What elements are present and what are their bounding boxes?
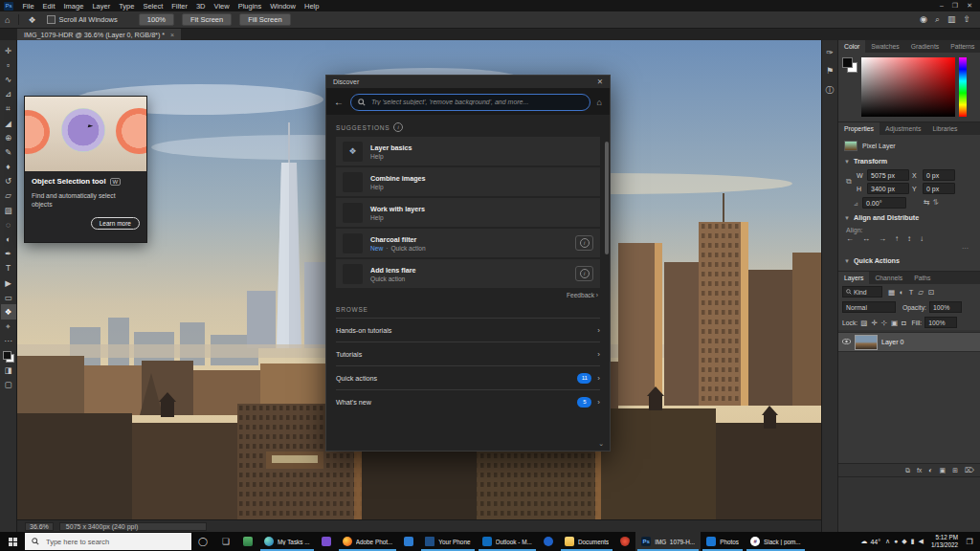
menu-window[interactable]: Window bbox=[266, 2, 301, 11]
tray-icon-4[interactable]: ◀ bbox=[919, 538, 924, 545]
properties-tab-properties[interactable]: Properties bbox=[838, 122, 880, 135]
menu-3d[interactable]: 3D bbox=[191, 2, 210, 11]
taskbar-app-documents[interactable]: Documents bbox=[559, 532, 614, 551]
lock-icon-4[interactable]: ◘ bbox=[902, 319, 906, 327]
layers-footer-icon-2[interactable]: ◐ bbox=[928, 467, 932, 474]
info-button[interactable]: i bbox=[575, 266, 593, 281]
filter-icon-0[interactable]: ▦ bbox=[888, 288, 895, 297]
angle-field[interactable]: 0.00° bbox=[862, 197, 906, 209]
taskbar-search-input[interactable] bbox=[44, 537, 163, 547]
tool-zoom[interactable]: ⌖ bbox=[1, 320, 16, 334]
suggestion-item[interactable]: Charcoal filterNew·Quick actioni bbox=[336, 229, 600, 257]
learn-more-button[interactable]: Learn more bbox=[91, 217, 140, 230]
more-options-icon[interactable]: ··· bbox=[844, 245, 969, 252]
share-icon[interactable]: ⇧ bbox=[963, 14, 970, 25]
tool-blur[interactable]: ◌ bbox=[1, 217, 16, 231]
hand-tool-icon[interactable]: ❖ bbox=[23, 15, 40, 25]
menu-file[interactable]: File bbox=[18, 2, 38, 11]
menu-view[interactable]: View bbox=[210, 2, 234, 11]
menu-edit[interactable]: Edit bbox=[38, 2, 59, 11]
close-icon[interactable]: ✕ bbox=[597, 77, 603, 86]
info-icon[interactable]: ⓘ bbox=[826, 84, 835, 97]
layer-thumbnail[interactable] bbox=[855, 335, 878, 350]
document-info-field[interactable]: 5075 x 3400px (240 ppi) bbox=[59, 522, 207, 531]
menu-select[interactable]: Select bbox=[139, 2, 167, 11]
taskbar-app-your-phone[interactable]: Your Phone bbox=[419, 532, 476, 551]
layers-tab-layers[interactable]: Layers bbox=[838, 272, 869, 284]
tool-gradient[interactable]: ▨ bbox=[1, 203, 16, 217]
account-icon[interactable]: ◉ bbox=[920, 14, 927, 25]
suggestion-item[interactable]: Work with layersHelp bbox=[336, 198, 600, 227]
tool-eraser[interactable]: ▱ bbox=[1, 188, 16, 203]
y-field[interactable]: 0 px bbox=[923, 183, 955, 194]
tool-screen-mode[interactable]: ▢ bbox=[1, 377, 16, 391]
color-tab-patterns[interactable]: Patterns bbox=[945, 40, 980, 53]
width-field[interactable]: 5075 px bbox=[867, 169, 909, 181]
tray-icon-0[interactable]: ∧ bbox=[885, 538, 890, 545]
layers-footer-icon-4[interactable]: ⊞ bbox=[952, 467, 958, 474]
height-field[interactable]: 3400 px bbox=[867, 183, 909, 194]
tool-eyedropper[interactable]: ◢ bbox=[1, 116, 16, 130]
tool-marquee[interactable]: ▫ bbox=[1, 57, 16, 72]
taskbar-app-photos[interactable]: Photos bbox=[701, 532, 745, 551]
opacity-select[interactable]: 100% bbox=[929, 301, 962, 313]
lock-icon-0[interactable]: ▨ bbox=[860, 319, 867, 327]
tool-path-selection[interactable]: ▶ bbox=[1, 276, 16, 290]
lock-icon-2[interactable]: ⊹ bbox=[881, 319, 887, 327]
layers-footer-icon-3[interactable]: ▣ bbox=[940, 467, 947, 474]
tool-shape[interactable]: ▭ bbox=[1, 290, 16, 304]
fit-screen-button[interactable]: Fit Screen bbox=[182, 13, 232, 26]
close-tab-icon[interactable]: × bbox=[170, 32, 174, 38]
info-button[interactable]: i bbox=[575, 235, 593, 251]
taskbar-app-app-blue[interactable] bbox=[398, 532, 419, 551]
align-icon-1[interactable]: ↔ bbox=[862, 234, 870, 243]
suggestion-item[interactable]: Combine imagesHelp bbox=[336, 167, 600, 196]
layers-footer-icon-0[interactable]: ⧉ bbox=[905, 467, 910, 474]
align-icon-4[interactable]: ↕ bbox=[907, 234, 911, 243]
blend-mode-select[interactable]: Normal bbox=[842, 301, 896, 313]
back-arrow-icon[interactable]: ← bbox=[334, 97, 344, 107]
close-icon[interactable]: ✕ bbox=[967, 2, 972, 10]
tool-crop[interactable]: ⌗ bbox=[1, 101, 16, 116]
layer-name[interactable]: Layer 0 bbox=[881, 339, 903, 345]
suggestion-item[interactable]: Add lens flareQuick actioni bbox=[336, 259, 600, 288]
taskbar-clock[interactable]: 5:12 PM 1/13/2022 bbox=[928, 534, 958, 549]
tool-clone-stamp[interactable]: ♦ bbox=[1, 160, 16, 174]
browse-item-quick-actions[interactable]: Quick actions11› bbox=[336, 365, 600, 389]
home-icon[interactable]: ⌂ bbox=[597, 98, 602, 107]
scrollbar-thumb[interactable] bbox=[605, 142, 609, 254]
document-tab[interactable]: IMG_1079-HDR @ 36.6% (Layer 0, RGB/8*) *… bbox=[17, 29, 181, 40]
lock-icon-1[interactable]: ✛ bbox=[871, 319, 877, 327]
search-box[interactable] bbox=[350, 94, 590, 111]
filter-icon-4[interactable]: ⊡ bbox=[928, 288, 934, 297]
discover-title-bar[interactable]: Discover ✕ bbox=[326, 76, 610, 89]
tool-pen[interactable]: ✒ bbox=[1, 247, 16, 261]
x-field[interactable]: 0 px bbox=[923, 169, 955, 181]
discover-search-input[interactable] bbox=[369, 98, 583, 106]
tray-icon-1[interactable]: ● bbox=[894, 538, 898, 545]
tool-spot-healing[interactable]: ⊕ bbox=[1, 130, 16, 144]
color-tab-swatches[interactable]: Swatches bbox=[865, 40, 904, 53]
color-tab-gradients[interactable]: Gradients bbox=[905, 40, 945, 53]
layers-footer-icon-5[interactable]: ⌦ bbox=[965, 467, 974, 474]
align-icon-3[interactable]: ↑ bbox=[895, 234, 899, 243]
saturation-square[interactable] bbox=[861, 57, 955, 117]
taskbar-app-photoshop[interactable]: PsIMG_1079-H... bbox=[635, 532, 701, 551]
browse-item-tutorials[interactable]: Tutorials› bbox=[336, 342, 600, 365]
foreground-background-swatches[interactable] bbox=[3, 351, 14, 363]
quick-actions-header[interactable]: ▼Quick Actions bbox=[844, 254, 974, 267]
workspace-icon[interactable]: ▥ bbox=[947, 14, 956, 25]
tool-move[interactable]: ✛ bbox=[1, 43, 16, 57]
visibility-eye-icon[interactable] bbox=[841, 339, 851, 345]
flip-rotate-icons[interactable]: ⇆⥮ bbox=[924, 198, 942, 208]
feedback-link[interactable]: Feedback › bbox=[336, 292, 598, 298]
layers-tab-paths[interactable]: Paths bbox=[908, 272, 936, 284]
kind-filter[interactable]: Kind bbox=[842, 286, 882, 298]
tray-icon-3[interactable]: ▮ bbox=[911, 538, 915, 545]
layers-footer-icon-1[interactable]: fx bbox=[917, 467, 922, 474]
menu-image[interactable]: Image bbox=[59, 2, 88, 11]
restore-icon[interactable]: ❐ bbox=[952, 2, 958, 10]
filter-icon-2[interactable]: T bbox=[909, 288, 914, 297]
layer-row[interactable]: Layer 0 bbox=[838, 332, 980, 352]
scroll-all-windows-checkbox[interactable] bbox=[47, 15, 56, 24]
